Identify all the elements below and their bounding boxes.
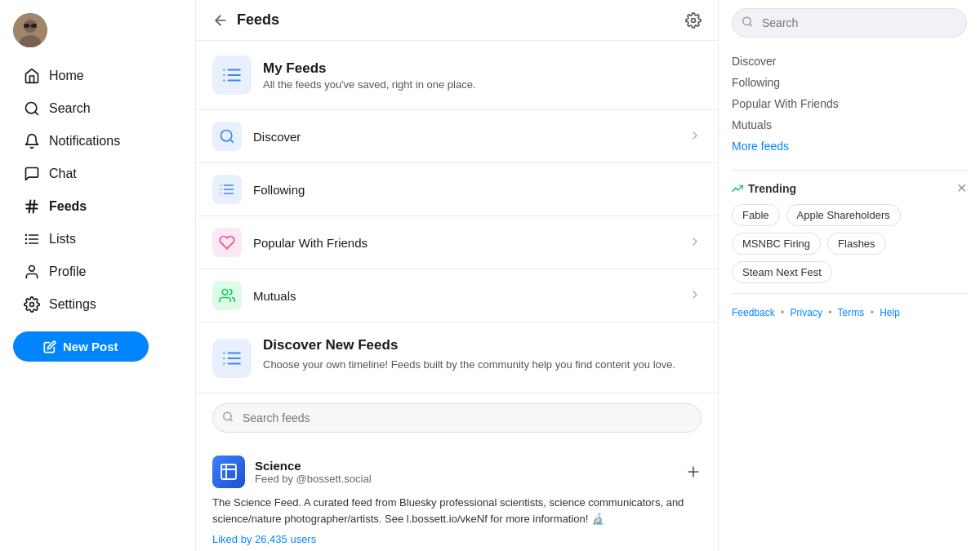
right-divider xyxy=(732,170,967,171)
footer-links: Feedback • Privacy • Terms • Help xyxy=(732,307,967,318)
science-feed-card: Science Feed by @bossett.social The Scie… xyxy=(196,442,718,551)
my-feeds-icon xyxy=(212,56,252,95)
svg-point-36 xyxy=(222,290,228,295)
svg-point-16 xyxy=(25,238,28,241)
sidebar-item-lists[interactable]: Lists xyxy=(13,224,182,255)
trending-title: Trending xyxy=(732,182,796,195)
feed-card-info: Science Feed by @bossett.social xyxy=(212,455,372,488)
search-icon xyxy=(23,100,41,118)
footer-feedback[interactable]: Feedback xyxy=(732,307,775,318)
main-content: Feeds My Feeds All the feeds you've save… xyxy=(196,0,719,551)
new-post-button[interactable]: New Post xyxy=(13,331,149,362)
science-feed-desc: The Science Feed. A curated feed from Bl… xyxy=(212,495,702,527)
svg-line-52 xyxy=(750,24,752,26)
discover-new-feeds-section: Discover New Feeds Choose your own timel… xyxy=(196,322,718,393)
sidebar: Home Search Notifications Chat Feeds xyxy=(0,0,196,551)
bell-icon xyxy=(23,132,41,150)
svg-point-15 xyxy=(25,234,28,237)
sidebar-item-profile[interactable]: Profile xyxy=(13,256,182,287)
feed-row-discover[interactable]: Discover xyxy=(196,110,718,163)
svg-line-29 xyxy=(230,140,234,143)
science-add-button[interactable] xyxy=(685,464,702,480)
mutuals-feed-icon xyxy=(212,281,242,310)
right-search-container xyxy=(732,8,967,38)
sidebar-item-chat[interactable]: Chat xyxy=(13,158,182,189)
avatar[interactable] xyxy=(13,13,47,47)
sidebar-item-notifications[interactable]: Notifications xyxy=(13,126,182,157)
right-link-following[interactable]: Following xyxy=(732,72,967,93)
feed-row-following[interactable]: Following xyxy=(196,163,718,216)
feed-row-mutuals[interactable]: Mutuals xyxy=(196,269,718,322)
science-avatar xyxy=(212,455,245,488)
svg-point-18 xyxy=(29,266,35,272)
svg-line-44 xyxy=(230,419,233,421)
svg-line-11 xyxy=(33,201,35,213)
pencil-icon xyxy=(43,340,56,353)
settings-button[interactable] xyxy=(685,12,702,29)
sidebar-item-home[interactable]: Home xyxy=(13,60,182,91)
list-icon xyxy=(23,230,41,248)
right-divider-2 xyxy=(732,293,967,294)
chat-icon xyxy=(23,165,41,183)
profile-icon xyxy=(23,263,41,281)
science-feed-likes[interactable]: Liked by 26,435 users xyxy=(212,533,702,545)
right-link-discover[interactable]: Discover xyxy=(732,51,967,72)
trending-tags: Fable Apple Shareholders MSNBC Firing Fl… xyxy=(732,204,967,283)
search-feeds-icon xyxy=(222,411,234,425)
back-button[interactable] xyxy=(212,12,229,29)
trending-close-button[interactable]: ✕ xyxy=(956,180,967,196)
search-feeds-container xyxy=(212,403,702,433)
right-search-input[interactable] xyxy=(732,8,967,38)
feed-row-popular[interactable]: Popular With Friends xyxy=(196,216,718,269)
popular-feed-icon xyxy=(212,228,242,257)
sidebar-item-search[interactable]: Search xyxy=(13,93,182,124)
trending-tag-steam[interactable]: Steam Next Fest xyxy=(732,261,832,283)
my-feeds-text: My Feeds All the feeds you've saved, rig… xyxy=(263,60,475,91)
discover-new-icon xyxy=(212,339,252,378)
footer-terms[interactable]: Terms xyxy=(838,307,865,318)
svg-rect-3 xyxy=(24,24,29,28)
right-link-more-feeds[interactable]: More feeds xyxy=(732,136,967,157)
svg-point-21 xyxy=(692,18,696,22)
sidebar-item-settings[interactable]: Settings xyxy=(13,289,182,320)
trending-tag-apple[interactable]: Apple Shareholders xyxy=(786,204,901,226)
search-feeds-input[interactable] xyxy=(212,403,702,433)
science-feed-name: Science xyxy=(255,459,372,473)
chevron-right-icon-3 xyxy=(688,288,702,304)
chevron-right-icon-2 xyxy=(688,235,702,251)
footer-privacy[interactable]: Privacy xyxy=(791,307,822,318)
right-link-popular[interactable]: Popular With Friends xyxy=(732,93,967,114)
gear-icon xyxy=(685,12,702,29)
trending-section: Trending ✕ Fable Apple Shareholders MSNB… xyxy=(732,180,967,283)
chevron-right-icon xyxy=(688,129,702,144)
svg-line-7 xyxy=(35,112,38,115)
trending-icon xyxy=(732,183,743,194)
home-icon xyxy=(23,67,41,85)
discover-new-text: Discover New Feeds Choose your own timel… xyxy=(263,337,675,373)
right-quick-links: Discover Following Popular With Friends … xyxy=(732,51,967,157)
right-search-icon xyxy=(742,16,753,30)
hash-icon xyxy=(23,198,41,216)
svg-point-19 xyxy=(30,303,34,307)
footer-help[interactable]: Help xyxy=(880,307,900,318)
my-feeds-section[interactable]: My Feeds All the feeds you've saved, rig… xyxy=(196,41,718,110)
right-link-mutuals[interactable]: Mutuals xyxy=(732,114,967,136)
trending-header: Trending ✕ xyxy=(732,180,967,196)
back-icon xyxy=(212,12,229,29)
right-panel: Discover Following Popular With Friends … xyxy=(719,0,980,551)
sidebar-item-feeds[interactable]: Feeds xyxy=(13,191,182,222)
discover-feed-icon xyxy=(212,122,242,151)
trending-tag-fable[interactable]: Fable xyxy=(732,204,780,226)
settings-icon xyxy=(23,295,41,313)
trending-tag-flashes[interactable]: Flashes xyxy=(827,233,886,255)
science-feed-handle: Feed by @bossett.social xyxy=(255,473,372,485)
svg-point-17 xyxy=(25,242,28,245)
svg-rect-4 xyxy=(31,24,37,28)
page-title: Feeds xyxy=(237,11,279,29)
trending-tag-msnbc[interactable]: MSNBC Firing xyxy=(732,233,821,255)
svg-line-10 xyxy=(29,201,31,213)
feed-card-header: Science Feed by @bossett.social xyxy=(212,455,702,488)
header-left: Feeds xyxy=(212,11,279,29)
main-header: Feeds xyxy=(196,0,718,41)
following-feed-icon xyxy=(212,175,242,204)
